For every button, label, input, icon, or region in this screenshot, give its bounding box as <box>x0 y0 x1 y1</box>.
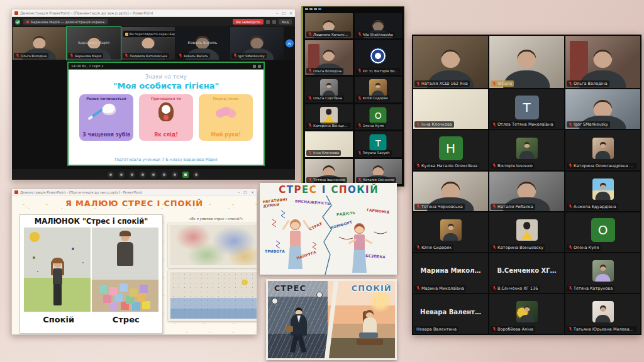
mic-muted-icon <box>416 163 420 168</box>
participant-nameplate: Невара Валентина <box>414 326 458 332</box>
powerpoint-app-icon <box>14 11 18 15</box>
participant-tile[interactable]: Коваль ВасильКоваль Василь <box>175 27 229 60</box>
participant-tile[interactable]: Катерина Воніцевску <box>305 104 353 129</box>
minimize-icon[interactable] <box>305 8 308 10</box>
participant-tile[interactable]: В.Сенченко ХГ…В.Сенченко ХГ 136 <box>489 253 564 293</box>
card-top-label: Перед їжою <box>199 97 253 101</box>
security-shield-icon[interactable] <box>15 19 20 25</box>
close-button[interactable]: × <box>251 190 254 194</box>
laser-pointer-icon[interactable] <box>118 172 125 178</box>
more-options-icon[interactable] <box>193 172 199 178</box>
chevron-down-icon[interactable]: ▾ <box>102 64 104 68</box>
avatar-letter: H <box>439 136 463 160</box>
stop-recording-icon[interactable] <box>272 20 276 24</box>
maximize-button[interactable]: □ <box>243 190 247 194</box>
slides-grid-icon[interactable] <box>140 172 146 178</box>
participant-tile[interactable]: Тетяна Чернявська <box>413 172 488 211</box>
pen-icon[interactable] <box>108 172 114 178</box>
participant-tile[interactable]: Юлія Сидоряк <box>355 77 402 102</box>
participant-nameplate: Татьяна Юрьевна Милованова <box>567 326 637 332</box>
participant-tile[interactable]: Ольга Володіна <box>13 27 66 60</box>
participant-tile[interactable]: Ольга Володіна <box>565 36 640 88</box>
stress-calm-hand-drawing: СТРЕС І СПОКІЙ НЕГАТИВНІ ДУМКИВИСНАЖЕНІС… <box>260 183 397 275</box>
audio-icon[interactable] <box>253 65 256 68</box>
participant-tile[interactable]: Анжела Едуардівна <box>565 172 640 211</box>
participant-tile[interactable]: HКуліка Наталія Олексіївна <box>413 130 488 170</box>
participant-tile[interactable]: Юлія Сидоряк <box>413 212 488 252</box>
participant-tile[interactable]: Інна Клочкова <box>305 131 353 156</box>
participant-tile[interactable]: Воробйова Аліна <box>489 294 564 334</box>
participant-nameplate: Наталія ХСШ 162 Яна <box>414 80 470 87</box>
participant-tile[interactable]: OОлена Куля <box>565 212 640 252</box>
participant-tile[interactable]: Катерина Олександрівна Бондар <box>565 130 640 170</box>
clock-icon <box>272 298 278 304</box>
participant-tile[interactable]: Наталія Рибалка <box>489 172 564 211</box>
participant-tile[interactable]: Alla Shakhnovska <box>355 13 402 38</box>
mic-muted-icon <box>233 53 237 58</box>
mic-muted-icon <box>416 123 420 127</box>
avatar <box>320 79 338 97</box>
pause-recording-icon[interactable] <box>266 20 270 24</box>
participant-tile[interactable]: Igor SMankevsky <box>565 89 640 129</box>
recording-indicator[interactable]: Ви записуєте <box>233 19 263 25</box>
shared-screen-tab[interactable]: Баранова Марія — демонстрація екрана <box>23 19 108 25</box>
mic-muted-icon <box>416 82 420 86</box>
participant-nameplate: Баранова Марія <box>68 53 103 58</box>
signal-icon <box>258 65 261 68</box>
participant-tile[interactable]: ХЛ 31 Вікторія Володимирівна <box>355 40 402 75</box>
subtitles-icon[interactable] <box>161 172 167 178</box>
participant-tile[interactable]: Марина Микол…Марина Миколаївна <box>413 253 488 293</box>
drawings-caption: «Як я уявляю стрес і спокій?» <box>168 217 257 221</box>
avatar-letter: O <box>370 107 387 124</box>
participant-tile[interactable]: Наталія Осіненко <box>355 159 402 184</box>
mic-muted-icon <box>416 286 420 290</box>
restore-icon[interactable] <box>309 8 313 10</box>
participant-tile[interactable]: Тетяна Катрунова <box>565 253 640 293</box>
participant-tile[interactable]: Людмила КатолевськаВи переглядаєте екран… <box>121 27 175 60</box>
participant-tile[interactable]: Невара Валент…Невара Валентина <box>413 294 488 334</box>
stressed-man-figure <box>288 307 309 354</box>
camera-icon[interactable] <box>172 172 178 178</box>
participant-tile[interactable]: Igor SMankevsky <box>230 27 284 60</box>
comic-stress-label: СТРЕС <box>274 283 306 293</box>
menu-icon[interactable] <box>314 8 317 10</box>
minimize-button[interactable]: – <box>238 190 240 194</box>
participant-tile[interactable]: Баранова МаріяБаранова Марія <box>67 27 120 60</box>
close-button[interactable]: × <box>289 11 292 15</box>
papers-pile <box>99 285 108 293</box>
participant-tile[interactable]: Людмила Католевська <box>305 13 353 38</box>
participant-tile[interactable]: OОлена Куля <box>355 104 402 129</box>
drawing-card-title: МАЛЮНОК "Стрес і спокій" <box>24 217 158 226</box>
participant-tile[interactable]: Ольга Сергіївна <box>305 77 353 102</box>
participant-tile[interactable]: Tetiana <box>489 36 564 88</box>
notification-tooltip: Ви переглядаєте екран Баранової Марії <box>123 30 175 38</box>
mic-muted-icon <box>308 151 312 155</box>
highlighter-icon[interactable] <box>129 172 135 178</box>
view-button[interactable]: Вид <box>279 19 292 25</box>
participant-tile[interactable]: Татьяна Юрьевна Милованова <box>565 294 640 334</box>
participant-tile[interactable]: Ольга Володіна <box>305 40 353 75</box>
maximize-button[interactable]: □ <box>282 11 286 15</box>
participant-tile[interactable]: Катерина Воніцевску <box>489 212 564 252</box>
participant-tile[interactable]: Тетяна Іванченко <box>305 159 353 184</box>
participant-nameplate: Наталія Осіненко <box>356 177 396 183</box>
minimize-button[interactable]: – <box>276 11 278 15</box>
clock-icon <box>316 292 323 298</box>
mic-muted-icon <box>569 286 572 290</box>
participant-center-name: Баранова Марія <box>67 40 120 45</box>
participant-nameplate: Юлія Сидоряк <box>356 96 391 101</box>
hygiene-card: Причешися тиЯк слід! <box>139 94 193 141</box>
collapse-filmstrip-button[interactable] <box>286 40 294 48</box>
zoom-meeting-topbar: Баранова Марія — демонстрація екрана Ви … <box>12 17 295 26</box>
participant-tile[interactable]: Наталія ХСШ 162 Яна <box>413 36 488 88</box>
desktop-collage: { "window_controls": {"min": "–", "max":… <box>0 0 644 362</box>
zoom-icon[interactable] <box>150 172 157 178</box>
participant-tile[interactable]: Вікторія Івченко <box>489 130 564 170</box>
participant-nameplate: Людмила Католевська <box>306 31 351 37</box>
participant-tile[interactable]: TTetyana Savych <box>355 131 402 156</box>
participant-tile[interactable]: Інна Клочкова <box>413 89 488 129</box>
hygiene-card: Ранок починаєтьсяЗ чищення зубів <box>79 94 133 141</box>
share-screen-icon[interactable] <box>182 172 189 178</box>
participant-tile[interactable]: TОтлев Тетяна Миколаївна <box>489 89 564 129</box>
shared-screen-header: 14:08 Вс, 7 серп ▾ <box>69 63 264 70</box>
